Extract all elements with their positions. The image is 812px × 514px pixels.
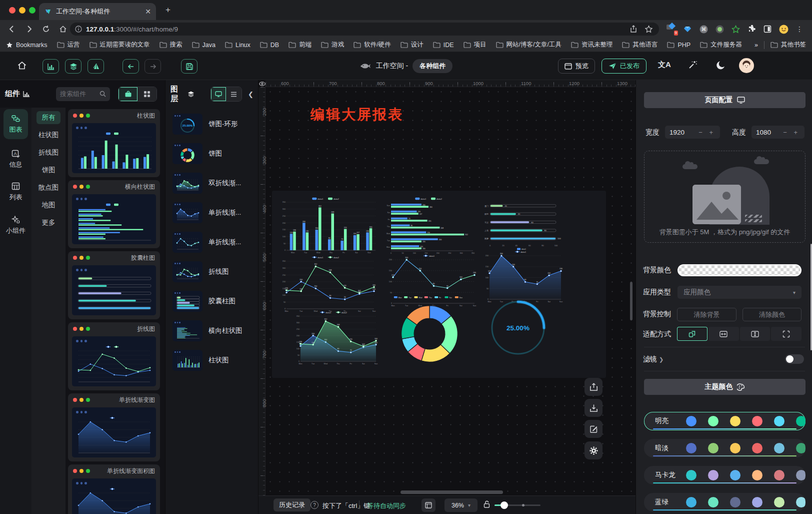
bookmark-folder[interactable]: 游戏 (321, 41, 344, 49)
theme-color-dot[interactable] (796, 416, 806, 426)
theme-color-dot[interactable] (708, 497, 718, 507)
help-icon[interactable]: ? (310, 501, 318, 509)
bookmark-folder[interactable]: 运营 (57, 41, 80, 49)
theme-color-dot[interactable] (686, 443, 696, 453)
share-icon[interactable] (628, 24, 639, 35)
zoom-slider[interactable] (494, 504, 540, 506)
category-item[interactable]: 柱状图 (36, 129, 60, 142)
chart-bar[interactable]: data1data2050100150200250300350Mon120136… (279, 196, 377, 256)
category-item[interactable]: 散点图 (36, 181, 60, 194)
theme-color-dot[interactable] (686, 416, 696, 426)
toggle-bottom-panel-button[interactable] (422, 498, 436, 512)
browser-tab[interactable]: 工作空间-各种组件 ✕ (39, 3, 156, 20)
clear-background-button[interactable]: 清除背景 (677, 308, 736, 321)
theme-color-header[interactable]: 主题颜色 (644, 379, 806, 395)
dashboard-title-text[interactable]: 编辑大屏报表 (310, 105, 404, 124)
layer-item[interactable]: 单折线渐... (172, 230, 254, 254)
theme-color-dot[interactable] (796, 470, 806, 480)
browser-menu-icon[interactable]: ⋮ (794, 24, 805, 35)
bookmark-folder[interactable]: 软件/硬件 (354, 41, 390, 49)
theme-color-dot[interactable] (708, 470, 718, 480)
fit-height-button[interactable] (740, 327, 770, 341)
extension-proxy-icon[interactable]: 9 (666, 24, 677, 35)
theme-color-dot[interactable] (686, 470, 696, 480)
layer-item[interactable]: 25.00% 饼图-环形 (172, 112, 254, 136)
bookmark-folder[interactable]: 搜索 (160, 41, 182, 49)
bookmark-folder[interactable]: 前端 (288, 41, 312, 49)
chart-area-single[interactable]: data1050100150200MonTueWedThuFriSatSun12… (482, 249, 564, 305)
rail-tab-charts[interactable]: 图表 (4, 109, 28, 139)
category-item[interactable]: 折线图 (36, 146, 60, 159)
bookmark-folder[interactable]: Java (192, 41, 216, 49)
layer-item[interactable]: 柱状图 (172, 348, 254, 372)
zoom-level-select[interactable]: 36%▾ (444, 498, 478, 512)
chevron-right-icon[interactable]: ❯ (659, 356, 664, 362)
theme-color-dot[interactable] (752, 470, 762, 480)
layer-item[interactable]: 折线图 (172, 260, 254, 284)
fit-stretch-button[interactable] (771, 327, 802, 341)
chart-horizontal-bar[interactable]: data1data2050100150200250300350Mon120130… (383, 196, 479, 256)
component-card[interactable]: 柱状图 (68, 109, 160, 177)
chart-area-dual[interactable]: data1data2050100150200250300350MonTueWed… (293, 309, 379, 367)
back-icon[interactable] (6, 23, 18, 35)
theme-color-dot[interactable] (730, 470, 740, 480)
bookmark-folder[interactable]: Linux (225, 41, 250, 49)
background-upload-dropzone[interactable]: 背景图需小于 5M ，格式为 png/jpg/gif 的文件 (644, 151, 806, 243)
background-color-swatch[interactable] (678, 264, 802, 276)
bookmark-folder[interactable]: 资讯未整理 (571, 41, 613, 49)
other-bookmarks[interactable]: 其他书签 (770, 41, 806, 49)
bookmarks-root[interactable]: Bookmarks (6, 42, 48, 49)
category-item[interactable]: 地图 (36, 199, 60, 212)
theme-color-dot[interactable] (774, 470, 784, 480)
download-button[interactable] (584, 399, 602, 417)
view-mode-grid-button[interactable] (138, 87, 156, 101)
bookmark-folder[interactable]: 项目 (464, 41, 486, 49)
chart-line-dual[interactable]: data1data2050100150200250300350MonTueWed… (279, 254, 377, 314)
window-zoom-button[interactable] (29, 7, 36, 14)
canvas-vertical-scrollbar[interactable] (630, 282, 632, 320)
category-item[interactable]: 饼图 (36, 164, 60, 177)
magic-wand-icon[interactable] (688, 60, 698, 70)
component-card[interactable]: 折线图 (68, 322, 160, 390)
dashboard-artboard[interactable]: data1data2050100150200250300350Mon120136… (272, 191, 606, 378)
chart-pie-donut[interactable]: MonTueWedThuFriSatSun (390, 294, 470, 367)
theme-color-dot[interactable] (752, 443, 762, 453)
site-info-icon[interactable] (75, 26, 82, 33)
theme-row-3[interactable]: 马卡龙 (644, 466, 806, 484)
layer-item[interactable]: 胶囊柱图 (172, 289, 254, 313)
theme-color-dot[interactable] (686, 497, 696, 507)
home-icon[interactable] (57, 23, 69, 35)
window-close-button[interactable] (9, 7, 16, 14)
rail-tab-info[interactable]: A 信息 (4, 144, 28, 174)
extensions-puzzle-icon[interactable] (746, 24, 757, 35)
theme-color-dot[interactable] (774, 416, 784, 426)
extension-gem-icon[interactable] (682, 24, 693, 35)
canvas-width-input[interactable]: 1920− + (665, 126, 720, 139)
component-card[interactable]: 横向柱状图 (68, 180, 160, 248)
theme-color-dot[interactable] (796, 443, 806, 453)
reader-mode-icon[interactable] (762, 24, 773, 35)
filter-toggle[interactable] (785, 354, 804, 364)
edit-button[interactable] (584, 420, 602, 438)
fit-auto-button[interactable] (677, 327, 708, 341)
theme-color-dot[interactable] (730, 443, 740, 453)
language-icon[interactable]: 文A (658, 60, 671, 70)
bookmark-folder[interactable]: DB (260, 41, 279, 49)
workspace-name-pill[interactable]: 各种组件 (412, 59, 452, 73)
new-tab-button[interactable]: + (162, 5, 174, 16)
rail-tab-list[interactable]: 列表 (4, 177, 28, 207)
bookmark-folder[interactable]: IDE (433, 41, 454, 49)
window-minimize-button[interactable] (19, 7, 26, 14)
category-item[interactable]: 所有 (36, 111, 60, 124)
tab-close-icon[interactable]: ✕ (145, 8, 151, 16)
canvas-height-input[interactable]: 1080− + (752, 126, 804, 139)
theme-color-dot[interactable] (796, 497, 806, 507)
theme-row-1[interactable]: 明亮 (644, 412, 806, 430)
user-avatar[interactable] (739, 58, 754, 73)
extension-green-dot-icon[interactable] (714, 24, 725, 35)
history-button[interactable]: 历史记录 (274, 498, 310, 511)
bookmark-star-icon[interactable] (643, 24, 654, 35)
theme-color-dot[interactable] (752, 416, 762, 426)
layers-list-view-button[interactable] (226, 87, 242, 101)
profile-avatar-icon[interactable] (778, 24, 789, 35)
